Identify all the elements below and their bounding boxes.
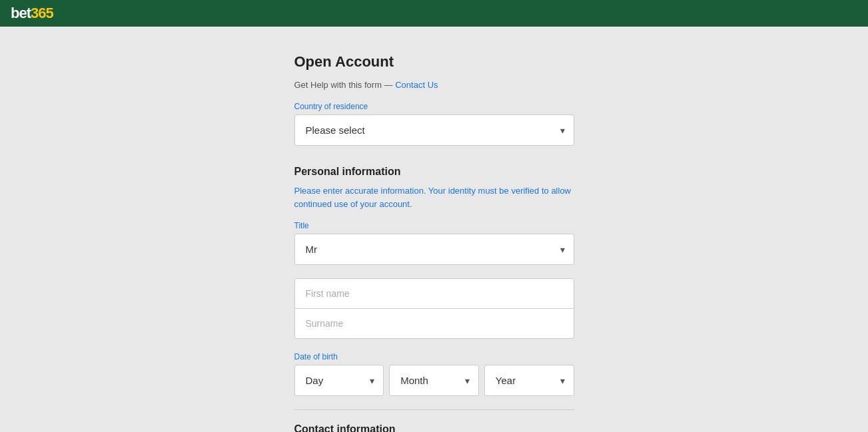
surname-input[interactable]	[294, 309, 574, 339]
logo: bet365	[11, 5, 53, 22]
personal-section: Personal information Please enter accura…	[294, 166, 574, 396]
year-select[interactable]: Year	[484, 365, 574, 396]
help-text: Get Help with this form — Contact Us	[294, 80, 574, 90]
country-select[interactable]: Please select	[294, 114, 574, 146]
name-inputs-group	[294, 278, 574, 339]
logo-bet: bet	[11, 5, 31, 21]
dob-label: Date of birth	[294, 352, 574, 361]
personal-section-title: Personal information	[294, 166, 574, 178]
first-name-input[interactable]	[294, 278, 574, 309]
country-section: Country of residence Please select ▾	[294, 102, 574, 146]
form-container: Open Account Get Help with this form — C…	[294, 53, 574, 432]
country-label: Country of residence	[294, 102, 574, 111]
title-label: Title	[294, 221, 574, 230]
year-select-wrapper: Year ▾	[484, 365, 574, 396]
contact-us-link[interactable]: Contact Us	[395, 80, 438, 90]
title-select-wrapper: Mr Mrs Ms Dr ▾	[294, 234, 574, 265]
day-select-wrapper: Day ▾	[294, 365, 384, 396]
title-select[interactable]: Mr Mrs Ms Dr	[294, 234, 574, 265]
section-separator	[294, 409, 574, 410]
main-content: Open Account Get Help with this form — C…	[0, 27, 868, 432]
day-select[interactable]: Day	[294, 365, 384, 396]
month-select[interactable]: Month	[389, 365, 479, 396]
logo-365: 365	[31, 5, 53, 21]
personal-info-text: Please enter accurate information. Your …	[294, 184, 574, 210]
personal-section-header: Personal information Please enter accura…	[294, 166, 574, 210]
contact-section: Contact information i	[294, 423, 574, 432]
header: bet365	[0, 0, 868, 27]
dob-row: Day ▾ Month ▾ Year ▾	[294, 365, 574, 396]
country-select-wrapper: Please select ▾	[294, 114, 574, 146]
help-text-prefix: Get Help with this form —	[294, 80, 396, 90]
page-title: Open Account	[294, 53, 574, 71]
month-select-wrapper: Month ▾	[389, 365, 479, 396]
contact-section-title: Contact information	[294, 423, 574, 432]
